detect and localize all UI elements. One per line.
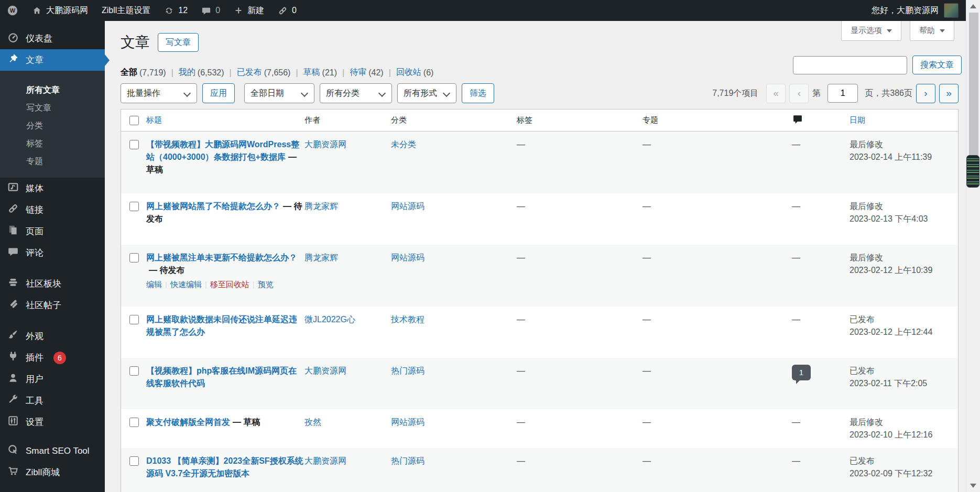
row-checkbox[interactable] (129, 366, 139, 376)
filter-trash[interactable]: 回收站 (396, 67, 421, 78)
update-count: 12 (178, 6, 188, 15)
row-checkbox[interactable] (129, 253, 139, 263)
visit-site-link[interactable]: 大鹏源码网 (25, 0, 95, 21)
admin-bar-account[interactable]: 您好，大鹏资源网 (872, 3, 966, 18)
search-posts-button[interactable]: 搜索文章 (912, 56, 962, 74)
author-link[interactable]: 微JL2022G心 (304, 315, 355, 324)
sidebar-item-zibll-shop[interactable]: Zibll商城 (0, 462, 105, 483)
last-page-button[interactable]: » (939, 84, 959, 103)
author-link[interactable]: 腾龙家辉 (304, 202, 338, 211)
row-checkbox[interactable] (129, 140, 139, 149)
sidebar-item-links[interactable]: 链接 (0, 199, 105, 221)
sidebar-item-plugins[interactable]: 插件 6 (0, 347, 105, 368)
category-link[interactable]: 热门源码 (391, 456, 424, 465)
category-link[interactable]: 网站源码 (391, 418, 424, 427)
submenu-topics[interactable]: 专题 (0, 152, 105, 170)
post-title-link[interactable]: 网上赌取款说数据未回传还说注单延迟违规被黑了怎么办 (146, 315, 297, 336)
category-link[interactable]: 技术教程 (391, 315, 424, 324)
sidebar-item-media[interactable]: 媒体 (0, 178, 105, 199)
help-toggle[interactable]: 帮助 (910, 21, 954, 41)
sidebar-item-forum-sections[interactable]: 社区板块 (0, 273, 105, 294)
preview-link[interactable]: 预览 (258, 280, 274, 289)
row-checkbox[interactable] (129, 315, 139, 324)
submenu-all-posts[interactable]: 所有文章 (0, 81, 105, 99)
wordpress-logo-menu[interactable]: W (0, 0, 25, 21)
bulk-actions-select[interactable]: 批量操作 (121, 83, 197, 103)
add-new-post-button[interactable]: 写文章 (158, 33, 199, 52)
avatar (944, 3, 959, 18)
post-title-link[interactable]: 网上赌被网站黑了不给提款怎么办？ (146, 202, 280, 211)
theme-settings-link[interactable]: Zibll主题设置 (95, 0, 157, 21)
update-icon (164, 6, 174, 16)
author-link[interactable]: 大鹏资源网 (304, 140, 346, 149)
scroll-minimap-widget[interactable] (966, 155, 979, 188)
row-checkbox[interactable] (129, 202, 139, 211)
comment-count: 0 (215, 6, 220, 15)
post-title-link[interactable]: 【带视频教程】大鹏源码网WordPress整站（4000+3000）条数据打包+… (146, 140, 299, 161)
author-link[interactable]: 腾龙家辉 (304, 253, 338, 262)
sidebar-item-comments[interactable]: 评论 (0, 242, 105, 264)
category-link[interactable]: 未分类 (391, 140, 416, 149)
date-filter-select[interactable]: 全部日期 (244, 83, 314, 103)
date-cell: 最后修改2023-02-14 上午11:39 (850, 132, 958, 163)
submenu-categories[interactable]: 分类 (0, 117, 105, 135)
column-header-tags: 标签 (517, 115, 643, 125)
scroll-up-arrow-icon[interactable] (970, 4, 976, 8)
search-input[interactable] (793, 56, 907, 74)
submenu-tags[interactable]: 标签 (0, 135, 105, 152)
category-link[interactable]: 网站源码 (391, 253, 424, 262)
format-filter-select[interactable]: 所有形式 (397, 83, 456, 103)
sidebar-item-tools[interactable]: 工具 (0, 390, 105, 411)
date-cell: 最后修改2023-02-13 下午4:03 (850, 193, 958, 225)
filter-pending[interactable]: 待审 (350, 67, 366, 78)
first-page-button[interactable]: « (766, 84, 786, 103)
select-all-checkbox[interactable] (129, 116, 139, 125)
new-content-link[interactable]: 新建 (227, 0, 271, 21)
category-link[interactable]: 网站源码 (391, 202, 424, 211)
trash-link[interactable]: 移至回收站 (210, 280, 249, 289)
prev-page-button[interactable]: ‹ (789, 84, 809, 103)
post-title-link[interactable]: 聚支付破解版全网首发 (146, 418, 230, 427)
filter-mine[interactable]: 我的 (179, 67, 195, 78)
filter-all[interactable]: 全部 (121, 67, 137, 78)
post-title-link[interactable]: D1033 【简单亲测】2023全新SF授权系统源码 V3.7全开源无加密版本 (146, 456, 303, 478)
submenu-add-new[interactable]: 写文章 (0, 99, 105, 117)
updates-link[interactable]: 12 (157, 0, 194, 21)
column-header-title[interactable]: 标题 (146, 115, 304, 125)
sidebar-item-appearance[interactable]: 外观 (0, 325, 105, 347)
sidebar-item-dashboard[interactable]: 仪表盘 (0, 28, 105, 49)
screen-options-toggle[interactable]: 显示选项 (841, 21, 901, 41)
dashboard-icon (7, 31, 19, 46)
comments-pending-link[interactable]: 0 (194, 0, 227, 21)
sidebar-item-users[interactable]: 用户 (0, 368, 105, 390)
scrollbar-thumb[interactable] (969, 13, 978, 157)
links-count-link[interactable]: 0 (271, 0, 303, 21)
author-link[interactable]: 大鹏资源网 (304, 456, 346, 465)
author-link[interactable]: 孜然 (304, 418, 321, 427)
sidebar-item-settings[interactable]: 设置 (0, 411, 105, 433)
row-checkbox[interactable] (129, 418, 139, 427)
edit-link[interactable]: 编辑 (146, 280, 162, 289)
scroll-down-arrow-icon[interactable] (970, 484, 976, 488)
next-page-button[interactable]: › (916, 84, 935, 103)
row-checkbox[interactable] (129, 456, 139, 466)
sidebar-item-smart-seo-tool[interactable]: Smart SEO Tool (0, 440, 105, 462)
vertical-scrollbar (966, 0, 980, 492)
post-title-link[interactable]: 网上赌被黑注单未更新不给提款怎么办？ (146, 253, 297, 262)
category-link[interactable]: 热门源码 (391, 366, 424, 375)
filter-draft[interactable]: 草稿 (303, 67, 320, 78)
sidebar-item-pages[interactable]: 页面 (0, 221, 105, 242)
category-filter-select[interactable]: 所有分类 (320, 83, 392, 103)
apply-button[interactable]: 应用 (202, 83, 235, 103)
sidebar-item-forum-posts[interactable]: 社区帖子 (0, 294, 105, 316)
author-link[interactable]: 大鹏资源网 (304, 366, 346, 375)
column-header-date[interactable]: 日期 (850, 115, 958, 125)
comments-icon (7, 246, 19, 260)
filter-published[interactable]: 已发布 (237, 67, 262, 78)
current-page-input[interactable] (827, 84, 858, 103)
comment-count-bubble[interactable]: 1 (792, 365, 811, 380)
filter-button[interactable]: 筛选 (462, 83, 494, 103)
quick-edit-link[interactable]: 快速编辑 (170, 280, 202, 289)
sidebar-item-posts[interactable]: 文章 (0, 49, 105, 71)
post-title-link[interactable]: 【视频教程】php客服在线IM源码网页在线客服软件代码 (146, 366, 297, 388)
